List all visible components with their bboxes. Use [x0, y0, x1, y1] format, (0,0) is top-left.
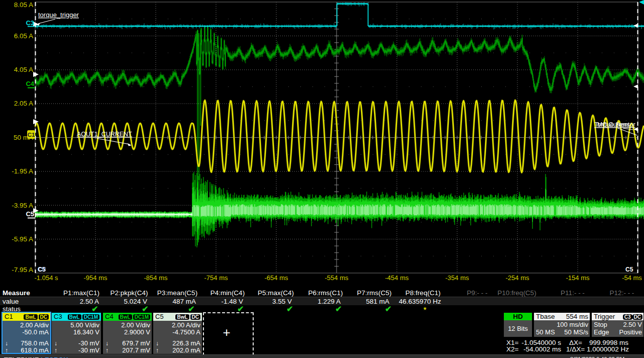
- svg-text:MC Current: MC Current: [597, 121, 630, 128]
- svg-text:6.05 A: 6.05 A: [14, 32, 33, 40]
- svg-text:C5: C5: [625, 266, 633, 273]
- svg-text:-654 ms: -654 ms: [265, 274, 288, 282]
- svg-text:C1: C1: [28, 132, 35, 138]
- svg-text:-54 ms: -54 ms: [622, 274, 642, 282]
- svg-text:-354 ms: -354 ms: [446, 274, 469, 282]
- svg-text:C5: C5: [26, 210, 34, 218]
- svg-text:-854 ms: -854 ms: [144, 274, 168, 282]
- svg-text:C5: C5: [38, 266, 46, 273]
- svg-text:C3: C3: [26, 19, 34, 27]
- svg-text:-254 ms: -254 ms: [506, 274, 529, 282]
- svg-text:2.05 A: 2.05 A: [14, 100, 33, 107]
- svg-text:-754 ms: -754 ms: [204, 274, 228, 282]
- svg-text:-7.95 A: -7.95 A: [12, 266, 33, 274]
- svg-text:-154 ms: -154 ms: [566, 274, 590, 282]
- svg-text:-954 ms: -954 ms: [84, 274, 108, 282]
- svg-text:-1.95 A: -1.95 A: [12, 167, 33, 175]
- svg-text:4.05 A: 4.05 A: [14, 66, 33, 73]
- svg-text:C4: C4: [26, 80, 34, 87]
- svg-text:-3.95 A: -3.95 A: [12, 202, 33, 209]
- svg-text:-1.054 s: -1.054 s: [35, 274, 58, 282]
- svg-text:torque_trigger: torque_trigger: [38, 11, 79, 19]
- svg-text:-5.95 A: -5.95 A: [12, 235, 33, 243]
- svg-text:-554 ms: -554 ms: [325, 274, 349, 282]
- svg-text:AOUT1_CURRENT: AOUT1_CURRENT: [77, 131, 132, 138]
- svg-text:-454 ms: -454 ms: [385, 274, 409, 282]
